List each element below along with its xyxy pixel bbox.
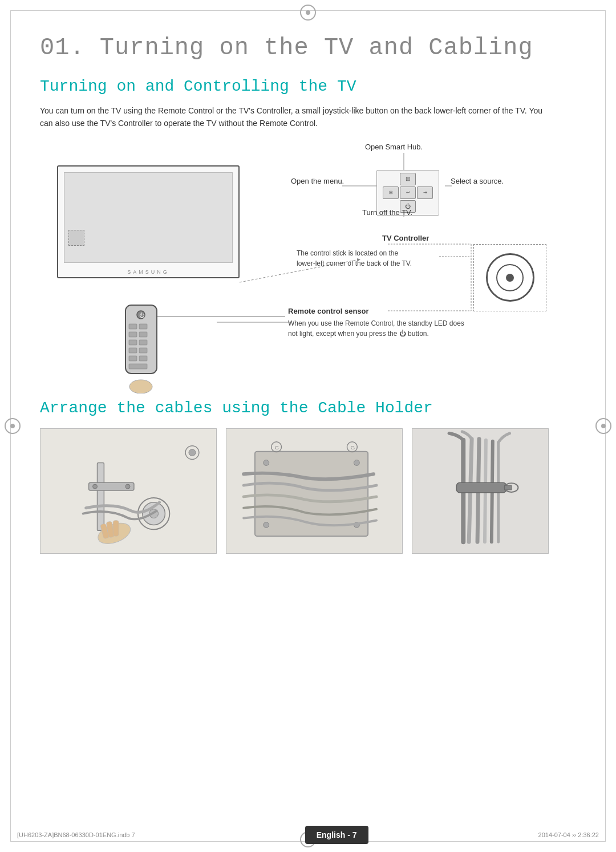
right-registration-mark	[595, 418, 611, 434]
controller-outer-ring	[486, 253, 534, 302]
source-button: ⇥	[417, 186, 433, 199]
tv-controller-label: TV Controller	[382, 234, 429, 242]
svg-rect-15	[129, 324, 137, 329]
svg-text:⏻: ⏻	[139, 313, 145, 318]
svg-rect-18	[139, 332, 147, 337]
svg-rect-61	[505, 485, 512, 490]
remote-sensor-label: Remote control sensor	[288, 307, 369, 315]
footer-right-text: 2014-07-04 ›› 2:36:22	[538, 831, 599, 838]
svg-rect-59	[456, 482, 506, 493]
section1-title: Turning on and Controlling the TV	[40, 78, 576, 95]
open-menu-label: Open the menu.	[291, 177, 344, 185]
tv-brand-label: SAMSUNG	[127, 269, 169, 275]
cable-svg-3	[412, 428, 548, 554]
svg-point-45	[354, 460, 359, 465]
svg-rect-23	[129, 356, 137, 361]
cable-image-3	[412, 428, 549, 554]
cable-svg-2: C G	[226, 429, 402, 553]
svg-rect-22	[139, 348, 147, 353]
turn-off-label: Turn off the TV.	[362, 208, 412, 217]
cable-svg-1	[40, 429, 216, 553]
svg-text:C: C	[275, 444, 279, 450]
footer-page-number: English - 7	[305, 826, 368, 844]
tv-screen	[64, 172, 233, 263]
svg-point-46	[264, 522, 269, 528]
tv-controller-location	[68, 230, 84, 246]
svg-point-32	[125, 484, 130, 489]
svg-rect-24	[139, 356, 147, 361]
page-content: 01. Turning on the TV and Cabling Turnin…	[0, 0, 616, 616]
menu-button: ⊟	[383, 186, 399, 199]
section2-title: Arrange the cables using the Cable Holde…	[40, 399, 576, 417]
cable-images-row: C G	[40, 428, 576, 554]
svg-rect-16	[139, 324, 147, 329]
svg-rect-20	[139, 340, 147, 345]
remote-sensor-description: When you use the Remote Control, the sta…	[288, 318, 471, 339]
select-source-text: Select a source.	[451, 177, 504, 185]
svg-point-37	[189, 449, 196, 456]
left-registration-mark	[5, 418, 21, 434]
svg-text:G: G	[350, 444, 355, 450]
tv-controller-illustration	[473, 244, 546, 311]
svg-rect-29	[98, 462, 104, 530]
page-footer: [UH6203-ZA]BN68-06330D-01ENG.indb 7 Engl…	[0, 818, 616, 852]
cable-image-1	[40, 428, 217, 554]
top-registration-mark	[300, 5, 316, 21]
tv-illustration: SAMSUNG	[57, 165, 240, 279]
svg-rect-41	[113, 520, 119, 536]
footer-left-text: [UH6203-ZA]BN68-06330D-01ENG.indb 7	[17, 831, 135, 838]
smart-hub-button: ⊞	[400, 173, 416, 185]
svg-rect-25	[129, 364, 147, 369]
controller-description: The control stick is located on the lowe…	[297, 248, 416, 269]
svg-point-31	[93, 484, 98, 489]
tv-outer-frame: SAMSUNG	[57, 165, 240, 278]
cable-image-2: C G	[226, 428, 403, 554]
open-smart-hub-label: Open Smart Hub.	[365, 143, 423, 151]
svg-rect-21	[129, 348, 137, 353]
remote-illustration: ⏻	[114, 302, 171, 396]
remote-svg: ⏻	[114, 302, 171, 393]
controller-inner-ring	[496, 264, 524, 291]
select-source-label: Select a source.	[451, 177, 504, 185]
tv-diagram: SAMSUNG ⏻	[40, 143, 576, 382]
nav-button: ↩	[400, 186, 416, 199]
svg-rect-17	[129, 332, 137, 337]
open-menu-text: Open the menu.	[291, 177, 344, 185]
svg-point-26	[129, 380, 152, 393]
main-title: 01. Turning on the TV and Cabling	[40, 34, 576, 62]
svg-rect-19	[129, 340, 137, 345]
section1-body: You can turn on the TV using the Remote …	[40, 104, 553, 130]
svg-point-44	[264, 460, 269, 465]
controller-center-dot	[506, 274, 514, 282]
